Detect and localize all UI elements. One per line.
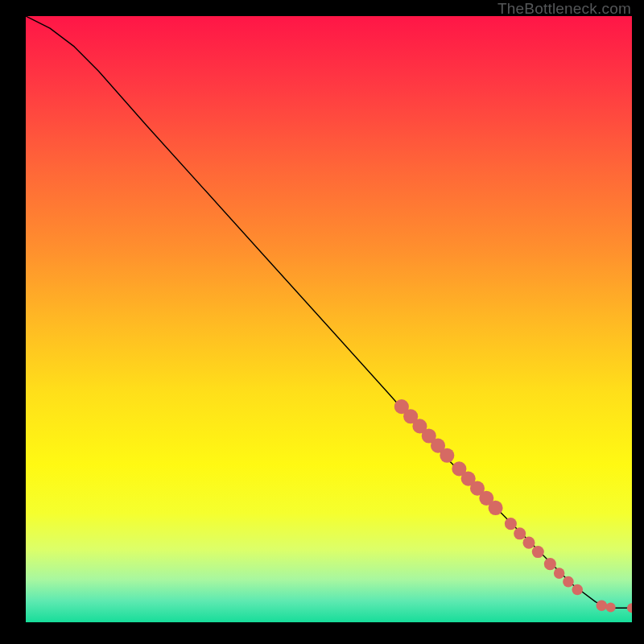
- curve-marker: [606, 602, 616, 612]
- curve-markers: [394, 399, 632, 613]
- curve-marker: [563, 576, 574, 588]
- curve-marker: [522, 537, 535, 549]
- curve-marker: [627, 603, 632, 613]
- curve-marker: [440, 448, 454, 463]
- curve-marker: [514, 527, 526, 539]
- watermark-text: TheBottleneck.com: [497, 0, 631, 18]
- curve-marker: [572, 584, 583, 596]
- curve-marker: [544, 558, 556, 570]
- curve-marker: [489, 501, 503, 515]
- curve-marker: [554, 568, 565, 579]
- curve-layer: [26, 16, 632, 626]
- plot-area: [26, 16, 632, 626]
- curve-marker: [532, 546, 544, 558]
- curve-line: [26, 16, 632, 608]
- curve-marker: [505, 518, 517, 530]
- curve-marker: [597, 600, 608, 611]
- chart-frame: TheBottleneck.com: [0, 0, 644, 644]
